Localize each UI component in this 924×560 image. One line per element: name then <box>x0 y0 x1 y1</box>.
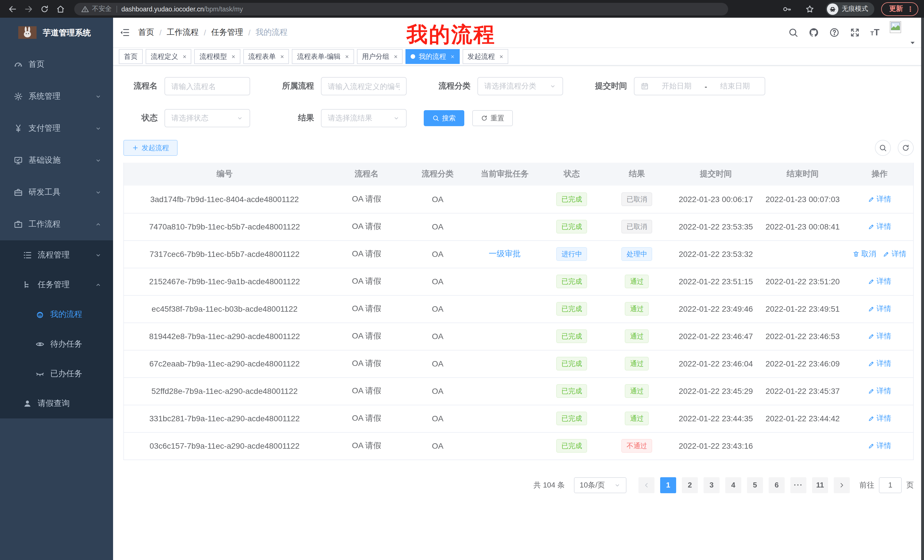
tab-发起流程[interactable]: 发起流程× <box>462 49 508 64</box>
sidebar-item-leave-query[interactable]: 请假查询 <box>0 389 113 418</box>
page-button-6[interactable]: 6 <box>769 477 784 493</box>
font-size-icon[interactable]: TT <box>870 28 879 37</box>
tab-首页[interactable]: 首页 <box>119 49 143 64</box>
result-badge: 通过 <box>625 412 649 425</box>
github-icon[interactable] <box>808 27 819 38</box>
bookmark-star-icon[interactable] <box>803 2 817 16</box>
detail-action[interactable]: 详情 <box>868 222 891 232</box>
detail-action[interactable]: 详情 <box>883 249 906 259</box>
detail-action[interactable]: 详情 <box>868 194 891 204</box>
incognito-badge: 无痕模式 <box>826 2 874 16</box>
cell-end-time: 2022-01-22 23:49:51 <box>759 295 846 322</box>
sidebar-item-infra[interactable]: 基础设施 <box>0 144 113 177</box>
tab-用户分组[interactable]: 用户分组× <box>357 49 403 64</box>
fullscreen-icon[interactable] <box>850 27 860 38</box>
cell-actions: 详情 <box>846 268 913 295</box>
total-count: 共 104 条 <box>533 480 565 490</box>
browser-menu-icon[interactable]: ⋮ <box>907 5 914 13</box>
page-button-1[interactable]: 1 <box>660 477 676 493</box>
search-icon[interactable] <box>788 27 798 38</box>
close-icon[interactable]: × <box>280 53 284 60</box>
sidebar-item-task-mgmt[interactable]: 任务管理 <box>0 270 113 300</box>
close-icon[interactable]: × <box>183 53 186 60</box>
breadcrumb-home[interactable]: 首页 <box>138 27 154 38</box>
sidebar-item-workflow[interactable]: 工作流程 <box>0 208 113 240</box>
sidebar-item-my-process[interactable]: 我的流程 <box>0 300 113 329</box>
sidebar-item-todo-tasks[interactable]: 待办任务 <box>0 329 113 359</box>
eye-closed-icon <box>35 369 45 379</box>
breadcrumb-workflow[interactable]: 工作流程 <box>167 27 199 38</box>
tab-流程定义[interactable]: 流程定义× <box>146 49 192 64</box>
detail-action[interactable]: 详情 <box>868 358 891 369</box>
result-label: 结果 <box>282 113 314 123</box>
key-icon[interactable] <box>780 2 794 16</box>
breadcrumb-task-mgmt[interactable]: 任务管理 <box>211 27 243 38</box>
tab-流程模型[interactable]: 流程模型× <box>195 49 240 64</box>
process-definition-input[interactable] <box>321 77 406 95</box>
detail-action[interactable]: 详情 <box>868 276 891 287</box>
cell-result: 处理中 <box>602 240 672 268</box>
tab-label: 用户分组 <box>362 52 390 61</box>
prev-page-button[interactable] <box>639 477 654 493</box>
home-icon[interactable] <box>54 2 68 16</box>
task-link[interactable]: 一级审批 <box>489 249 521 258</box>
page-button-5[interactable]: 5 <box>747 477 763 493</box>
detail-action[interactable]: 详情 <box>868 331 891 341</box>
next-page-button[interactable] <box>834 477 850 493</box>
page-scrollbar[interactable] <box>921 18 924 560</box>
pagination-ellipsis[interactable]: ··· <box>790 477 806 493</box>
tab-流程表单[interactable]: 流程表单× <box>243 49 289 64</box>
cell-result: 通过 <box>602 377 672 405</box>
detail-action[interactable]: 详情 <box>868 386 891 396</box>
detail-action[interactable]: 详情 <box>868 304 891 314</box>
user-avatar[interactable] <box>890 22 916 47</box>
back-icon[interactable] <box>6 2 20 16</box>
reload-icon[interactable] <box>38 2 51 16</box>
result-select[interactable]: 请选择流结果 <box>321 109 406 127</box>
page-size-select[interactable]: 10条/页 <box>574 477 627 493</box>
cell-category: OA <box>408 213 467 240</box>
close-icon[interactable]: × <box>500 53 503 60</box>
date-range-picker[interactable]: 开始日期 - 结束日期 <box>634 77 765 95</box>
status-badge: 已完成 <box>556 384 587 398</box>
page-button-11[interactable]: 11 <box>812 477 828 493</box>
tab-我的流程[interactable]: 我的流程× <box>405 49 459 64</box>
update-button[interactable]: 更新 ⋮ <box>881 2 918 16</box>
goto-page-input[interactable] <box>879 477 902 493</box>
refresh-table-button[interactable] <box>898 140 914 156</box>
close-icon[interactable]: × <box>345 53 349 60</box>
sidebar-item-payment[interactable]: 支付管理 <box>0 112 113 144</box>
close-icon[interactable]: × <box>232 53 235 60</box>
page-button-3[interactable]: 3 <box>704 477 720 493</box>
tab-流程表单-编辑[interactable]: 流程表单-编辑× <box>292 49 354 64</box>
category-select[interactable]: 请选择流程分类 <box>477 77 563 95</box>
detail-action[interactable]: 详情 <box>868 441 891 451</box>
process-name-input[interactable] <box>165 77 250 95</box>
sidebar-item-home[interactable]: 首页 <box>0 48 113 81</box>
create-process-button[interactable]: 发起流程 <box>123 140 178 156</box>
cell-process-name: OA 请假 <box>325 186 408 213</box>
page-button-4[interactable]: 4 <box>725 477 741 493</box>
status-select[interactable]: 请选择状态 <box>165 109 250 127</box>
logo-row[interactable]: 芋道管理系统 <box>0 18 113 48</box>
sidebar-item-system[interactable]: 系统管理 <box>0 81 113 112</box>
search-button[interactable]: 搜索 <box>424 110 464 126</box>
forward-icon[interactable] <box>22 2 35 16</box>
help-icon[interactable] <box>829 27 840 38</box>
close-icon[interactable]: × <box>451 53 454 60</box>
cell-category: OA <box>408 186 467 213</box>
sidebar-item-done-tasks[interactable]: 已办任务 <box>0 359 113 389</box>
sidebar-toggle-icon[interactable] <box>120 27 130 38</box>
sidebar-item-devtools[interactable]: 研发工具 <box>0 177 113 208</box>
sidebar-item-process-mgmt[interactable]: 流程管理 <box>0 240 113 270</box>
show-search-button[interactable] <box>875 140 891 156</box>
address-bar[interactable]: 不安全 dashboard.yudao.iocoder.cn/bpm/task/… <box>74 3 728 15</box>
caret-down-icon[interactable] <box>909 39 916 46</box>
page-button-2[interactable]: 2 <box>682 477 698 493</box>
reset-button[interactable]: 重置 <box>472 110 513 126</box>
close-icon[interactable]: × <box>394 53 398 60</box>
incognito-label: 无痕模式 <box>842 4 868 13</box>
detail-action[interactable]: 详情 <box>868 413 891 424</box>
result-badge: 已取消 <box>622 220 652 234</box>
cancel-action[interactable]: 取消 <box>853 249 876 259</box>
